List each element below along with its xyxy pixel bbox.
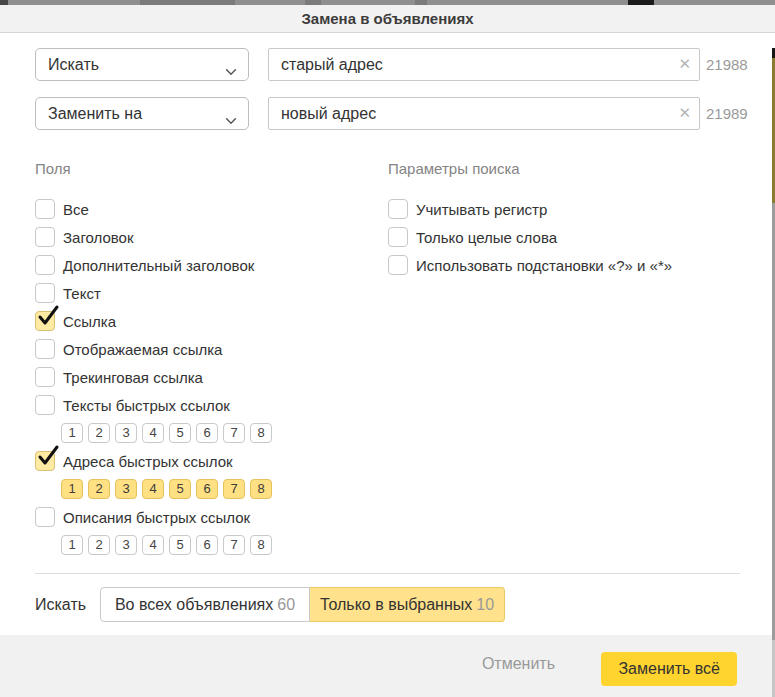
- search-params-header: Параметры поиска: [388, 160, 760, 178]
- sitelink-chip[interactable]: 8: [250, 479, 272, 499]
- sitelink-chip[interactable]: 3: [115, 423, 137, 443]
- replace-input-wrap: ✕: [268, 97, 700, 130]
- search-mode-value: Искать: [48, 56, 99, 73]
- replace-counter: 21989: [706, 105, 748, 122]
- checkbox[interactable]: [35, 507, 55, 527]
- checkmark-icon: [36, 444, 60, 472]
- chevron-down-icon: [224, 58, 238, 89]
- replace-all-button[interactable]: Заменить всё: [601, 652, 737, 686]
- sitelink-chip[interactable]: 4: [142, 535, 164, 555]
- sitelink-chip[interactable]: 2: [88, 479, 110, 499]
- checkbox-label: Учитывать регистр: [416, 201, 547, 218]
- checkbox-label: Текст: [63, 285, 101, 302]
- sitelink-chip[interactable]: 7: [223, 535, 245, 555]
- checkbox-row: Заголовок: [35, 223, 365, 251]
- fields-column: Поля ВсеЗаголовокДополнительный заголово…: [35, 160, 365, 559]
- sitelink-chip[interactable]: 3: [115, 535, 137, 555]
- checkbox-row: Все: [35, 195, 365, 223]
- checkbox[interactable]: [35, 339, 55, 359]
- clear-x-icon[interactable]: ✕: [678, 55, 691, 73]
- search-input[interactable]: [268, 48, 700, 81]
- cancel-button[interactable]: Отменить: [482, 655, 555, 673]
- sitelink-chip[interactable]: 8: [250, 423, 272, 443]
- chevron-down-icon: [224, 107, 238, 138]
- checkbox-label: Тексты быстрых ссылок: [63, 397, 230, 414]
- checkbox-label: Использовать подстановки «?» и «*»: [416, 257, 672, 274]
- checkbox-label: Дополнительный заголовок: [63, 257, 254, 274]
- checkbox-label: Описания быстрых ссылок: [63, 509, 250, 526]
- sitelink-chip[interactable]: 8: [250, 535, 272, 555]
- dialog-titlebar: Замена в объявлениях: [0, 5, 775, 33]
- checkbox-row: Учитывать регистр: [388, 195, 760, 223]
- sitelink-chip[interactable]: 6: [196, 535, 218, 555]
- checkbox-row: Ссылка: [35, 307, 365, 335]
- checkbox[interactable]: [35, 283, 55, 303]
- search-row: Искать ✕ 21988: [0, 48, 775, 81]
- sitelink-chip[interactable]: 2: [88, 535, 110, 555]
- scope-option-label: Только в выбранных: [320, 596, 472, 613]
- checkbox-row: Дополнительный заголовок: [35, 251, 365, 279]
- checkbox[interactable]: [35, 395, 55, 415]
- scope-option[interactable]: Только в выбранных10: [310, 587, 505, 622]
- checkbox-row: Использовать подстановки «?» и «*»: [388, 251, 760, 279]
- checkbox[interactable]: [388, 255, 408, 275]
- sitelink-chip[interactable]: 1: [61, 535, 83, 555]
- checkbox-row: Описания быстрых ссылок: [35, 503, 365, 531]
- checkbox-row: Адреса быстрых ссылок: [35, 447, 365, 475]
- sitelink-chip[interactable]: 7: [223, 423, 245, 443]
- replace-mode-select[interactable]: Заменить на: [35, 97, 249, 130]
- checkbox[interactable]: [388, 227, 408, 247]
- checkbox-label: Все: [63, 201, 89, 218]
- dialog-footer: Отменить Заменить всё: [0, 635, 775, 697]
- sitelink-chip[interactable]: 1: [61, 423, 83, 443]
- scope-option-count: 10: [476, 596, 494, 613]
- fields-header: Поля: [35, 160, 365, 178]
- replace-in-ads-dialog: Замена в объявлениях Искать ✕ 21988 Заме…: [0, 0, 775, 697]
- scope-option[interactable]: Во всех объявлениях60: [100, 587, 310, 622]
- checkbox-row: Трекинговая ссылка: [35, 363, 365, 391]
- scope-toggle: Во всех объявлениях60Только в выбранных1…: [100, 587, 505, 622]
- replace-mode-value: Заменить на: [48, 105, 142, 122]
- checkbox-label: Адреса быстрых ссылок: [63, 453, 233, 470]
- sitelink-chip[interactable]: 4: [142, 479, 164, 499]
- search-params-column: Параметры поиска Учитывать регистрТолько…: [388, 160, 760, 279]
- sitelink-chip[interactable]: 7: [223, 479, 245, 499]
- checkbox-row: Тексты быстрых ссылок: [35, 391, 365, 419]
- clear-x-icon[interactable]: ✕: [678, 104, 691, 122]
- checkbox[interactable]: [35, 451, 55, 471]
- scope-option-count: 60: [277, 596, 295, 613]
- sitelink-chip[interactable]: 5: [169, 535, 191, 555]
- checkbox[interactable]: [35, 199, 55, 219]
- checkbox[interactable]: [35, 311, 55, 331]
- sitelink-chip[interactable]: 3: [115, 479, 137, 499]
- checkbox[interactable]: [35, 367, 55, 387]
- checkbox-label: Отображаемая ссылка: [63, 341, 222, 358]
- scope-option-label: Во всех объявлениях: [115, 596, 273, 613]
- section-divider: [35, 573, 740, 574]
- checkbox-row: Только целые слова: [388, 223, 760, 251]
- search-params-checkbox-list: Учитывать регистрТолько целые словаИспол…: [388, 195, 760, 279]
- replace-input[interactable]: [268, 97, 700, 130]
- checkbox-label: Заголовок: [63, 229, 134, 246]
- sitelink-chip[interactable]: 2: [88, 423, 110, 443]
- checkbox[interactable]: [35, 255, 55, 275]
- replace-row: Заменить на ✕ 21989: [0, 97, 775, 130]
- sitelink-chip[interactable]: 5: [169, 479, 191, 499]
- search-counter: 21988: [706, 56, 748, 73]
- sitelink-chip[interactable]: 1: [61, 479, 83, 499]
- scope-label: Искать: [35, 596, 100, 614]
- sitelink-chip[interactable]: 4: [142, 423, 164, 443]
- checkbox[interactable]: [35, 227, 55, 247]
- sitelink-number-chips: 12345678: [61, 419, 365, 447]
- sitelink-chip[interactable]: 6: [196, 423, 218, 443]
- checkbox[interactable]: [388, 199, 408, 219]
- sitelink-chip[interactable]: 6: [196, 479, 218, 499]
- checkbox-label: Трекинговая ссылка: [63, 369, 203, 386]
- sitelink-number-chips: 12345678: [61, 531, 365, 559]
- checkmark-icon: [36, 304, 60, 332]
- fields-checkbox-list: ВсеЗаголовокДополнительный заголовокТекс…: [35, 195, 365, 559]
- checkbox-label: Ссылка: [63, 313, 116, 330]
- sitelink-chip[interactable]: 5: [169, 423, 191, 443]
- search-mode-select[interactable]: Искать: [35, 48, 249, 81]
- scope-row: Искать Во всех объявлениях60Только в выб…: [35, 587, 505, 622]
